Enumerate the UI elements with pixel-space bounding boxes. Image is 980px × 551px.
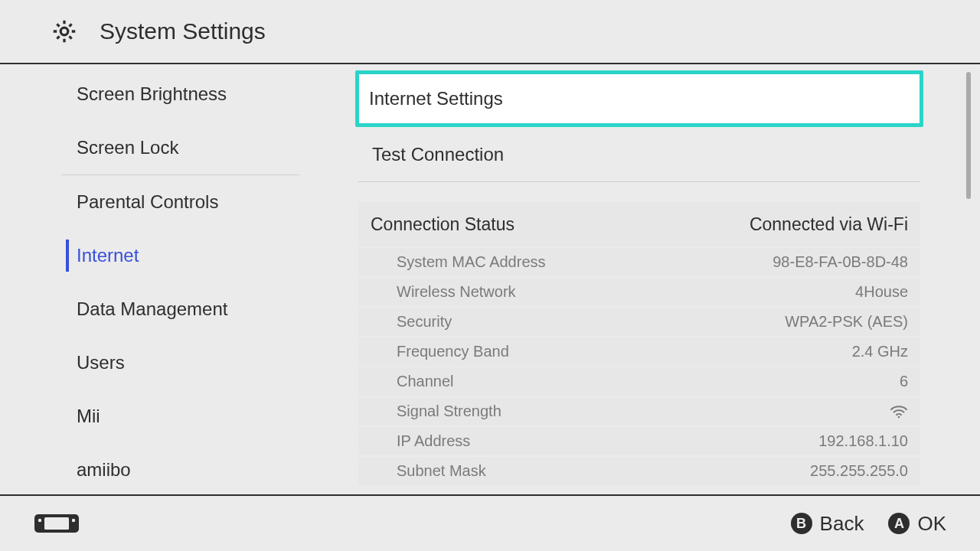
sidebar-item-label: Screen Brightness (77, 83, 227, 105)
wifi-icon (890, 405, 908, 419)
sidebar-item-label: Mii (77, 406, 100, 427)
ok-button[interactable]: A OK (888, 512, 946, 536)
connection-status-card: Connection Status Connected via Wi-Fi Sy… (358, 202, 920, 485)
sidebar-item-label: Data Management (77, 298, 227, 320)
sidebar-item-label: amiibo (77, 459, 131, 481)
menu-item-label: Internet Settings (369, 88, 503, 109)
status-label: Wireless Network (397, 283, 516, 301)
sidebar-item-label: Users (77, 352, 125, 373)
svg-rect-3 (44, 517, 69, 530)
status-value: WPA2-PSK (AES) (785, 313, 908, 331)
svg-point-0 (60, 28, 68, 35)
sidebar-item-label: Internet (77, 245, 139, 266)
status-row-security: Security WPA2-PSK (AES) (358, 308, 920, 337)
sidebar-item-label: Screen Lock (77, 137, 178, 158)
footer: B Back A OK (0, 494, 980, 551)
sidebar-item-screen-brightness[interactable]: Screen Brightness (0, 67, 335, 121)
status-value: 4House (855, 283, 908, 301)
status-label: Signal Strength (397, 403, 501, 420)
b-button-icon: B (791, 513, 812, 534)
status-label: Subnet Mask (397, 462, 486, 480)
status-value: 6 (900, 373, 908, 390)
content: Internet Settings Test Connection Connec… (335, 64, 980, 485)
menu-item-test-connection[interactable]: Test Connection (358, 127, 920, 182)
status-row-frequency: Frequency Band 2.4 GHz (358, 337, 920, 367)
status-row-ip: IP Address 192.168.1.10 (358, 427, 920, 457)
status-label: Channel (397, 373, 454, 390)
status-label: Frequency Band (397, 343, 509, 360)
sidebar: Screen Brightness Screen Lock Parental C… (0, 64, 335, 485)
status-title: Connection Status (371, 214, 514, 235)
menu-item-label: Test Connection (372, 144, 504, 165)
scrollbar[interactable] (966, 72, 971, 199)
controller-icon (34, 512, 80, 535)
status-row-ssid: Wireless Network 4House (358, 278, 920, 308)
svg-point-4 (38, 519, 41, 522)
status-row-signal: Signal Strength (358, 397, 920, 427)
a-button-icon: A (888, 513, 910, 534)
header: System Settings (0, 0, 980, 64)
status-value: 255.255.255.0 (810, 462, 908, 480)
back-button[interactable]: B Back (791, 512, 864, 536)
status-value: 98-E8-FA-0B-8D-48 (773, 253, 908, 271)
svg-point-1 (898, 416, 900, 418)
sidebar-item-screen-lock[interactable]: Screen Lock (0, 121, 335, 174)
sidebar-item-label: Parental Controls (77, 191, 218, 213)
gear-icon (51, 18, 78, 45)
sidebar-item-parental-controls[interactable]: Parental Controls (0, 175, 335, 229)
page-title: System Settings (100, 18, 266, 44)
svg-point-5 (72, 519, 75, 522)
sidebar-item-mii[interactable]: Mii (0, 390, 335, 443)
main: Screen Brightness Screen Lock Parental C… (0, 64, 980, 485)
status-value: 192.168.1.10 (818, 432, 908, 450)
status-label: System MAC Address (397, 253, 546, 271)
status-summary: Connected via Wi-Fi (750, 214, 908, 235)
sidebar-item-data-management[interactable]: Data Management (0, 282, 335, 336)
status-row-channel: Channel 6 (358, 367, 920, 397)
status-value: 2.4 GHz (852, 343, 908, 360)
sidebar-item-internet[interactable]: Internet (0, 229, 335, 282)
menu-item-internet-settings[interactable]: Internet Settings (355, 70, 923, 127)
status-row-subnet: Subnet Mask 255.255.255.0 (358, 457, 920, 485)
status-row-mac: System MAC Address 98-E8-FA-0B-8D-48 (358, 248, 920, 278)
back-label: Back (820, 512, 864, 536)
status-label: IP Address (397, 432, 470, 450)
sidebar-item-amiibo[interactable]: amiibo (0, 443, 335, 485)
sidebar-item-users[interactable]: Users (0, 336, 335, 390)
status-label: Security (397, 313, 452, 331)
ok-label: OK (917, 512, 946, 536)
status-header: Connection Status Connected via Wi-Fi (358, 202, 920, 248)
